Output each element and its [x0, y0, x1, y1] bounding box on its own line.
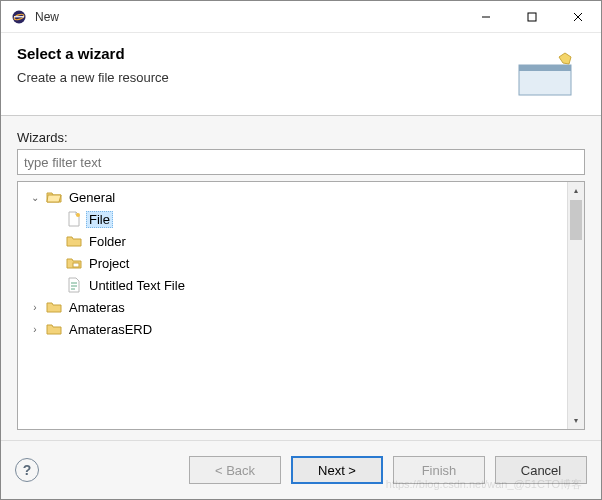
scroll-down-icon[interactable]: ▾: [568, 412, 584, 429]
chevron-right-icon[interactable]: ›: [28, 324, 42, 335]
folder-icon: [46, 299, 62, 315]
new-wizard-dialog: New Select a wizard Create a new file re…: [0, 0, 602, 500]
titlebar: New: [1, 1, 601, 33]
eclipse-icon: [11, 9, 27, 25]
next-button[interactable]: Next >: [291, 456, 383, 484]
tree-node-amateras[interactable]: › Amateras: [18, 296, 567, 318]
tree-node-file[interactable]: File: [18, 208, 567, 230]
filter-input[interactable]: [17, 149, 585, 175]
tree-label: General: [66, 189, 118, 206]
minimize-button[interactable]: [463, 1, 509, 32]
tree-label: AmaterasERD: [66, 321, 155, 338]
wizards-label: Wizards:: [17, 130, 585, 145]
maximize-button[interactable]: [509, 1, 555, 32]
back-button[interactable]: < Back: [189, 456, 281, 484]
tree-label: Untitled Text File: [86, 277, 188, 294]
folder-icon: [66, 233, 82, 249]
svg-rect-4: [528, 13, 536, 21]
wizard-body: Wizards: ⌄ General File Folder: [1, 116, 601, 441]
tree-scrollbar[interactable]: ▴ ▾: [567, 182, 584, 429]
wizard-description: Create a new file resource: [17, 70, 513, 85]
tree-label: Amateras: [66, 299, 128, 316]
help-button[interactable]: ?: [15, 458, 39, 482]
wizard-tree: ⌄ General File Folder Project: [17, 181, 585, 430]
folder-open-icon: [46, 189, 62, 205]
tree-node-project[interactable]: Project: [18, 252, 567, 274]
svg-rect-8: [519, 65, 571, 71]
project-icon: [66, 255, 82, 271]
svg-point-9: [76, 213, 80, 217]
tree-node-folder[interactable]: Folder: [18, 230, 567, 252]
file-new-icon: [66, 211, 82, 227]
wizard-header: Select a wizard Create a new file resour…: [1, 33, 601, 116]
tree-node-general[interactable]: ⌄ General: [18, 186, 567, 208]
chevron-right-icon[interactable]: ›: [28, 302, 42, 313]
tree-label: File: [86, 211, 113, 228]
svg-rect-10: [73, 263, 79, 267]
watermark-text: https://blog.csdn.net/wan_@51CTO博客: [386, 477, 582, 492]
close-button[interactable]: [555, 1, 601, 32]
folder-icon: [46, 321, 62, 337]
tree-node-amateraserd[interactable]: › AmaterasERD: [18, 318, 567, 340]
scroll-up-icon[interactable]: ▴: [568, 182, 584, 199]
svg-rect-2: [14, 16, 24, 17]
tree-label: Project: [86, 255, 132, 272]
tree-node-untitled-text-file[interactable]: Untitled Text File: [18, 274, 567, 296]
tree-label: Folder: [86, 233, 129, 250]
wizard-heading: Select a wizard: [17, 45, 513, 62]
chevron-down-icon[interactable]: ⌄: [28, 192, 42, 203]
window-title: New: [35, 10, 463, 24]
wizard-banner-icon: [513, 45, 585, 101]
text-file-icon: [66, 277, 82, 293]
scroll-thumb[interactable]: [570, 200, 582, 240]
